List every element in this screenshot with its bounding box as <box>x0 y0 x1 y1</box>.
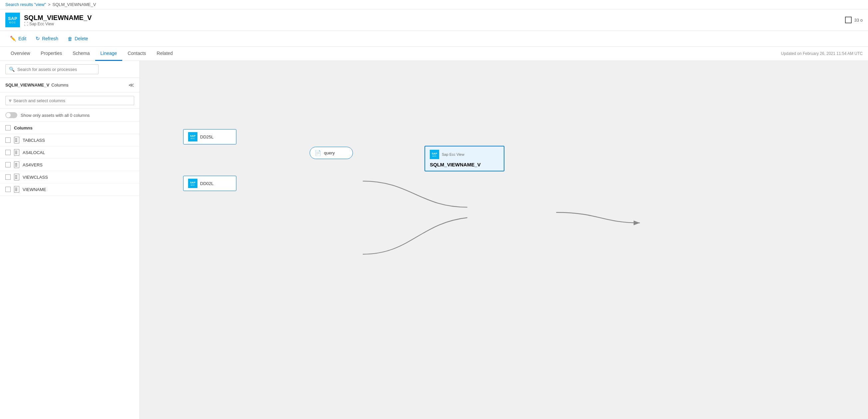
edit-label: Edit <box>18 36 26 41</box>
asset-search-bar[interactable]: 🔍 <box>5 64 98 74</box>
edit-icon: ✏️ <box>10 36 16 42</box>
edit-button[interactable]: ✏️ Edit <box>5 34 31 43</box>
target-header: SAP ECC Sap Ecc View <box>430 150 464 159</box>
collapse-button[interactable]: ≪ <box>128 82 134 88</box>
column-item-viewclass[interactable]: VIEWCLASS <box>0 171 140 183</box>
delete-label: Delete <box>74 36 88 41</box>
column-item-as4vers[interactable]: AS4VERS <box>0 159 140 171</box>
page-title: SQLM_VIEWNAME_V <box>24 14 92 22</box>
lineage-canvas: SAP ECC DD25L SAP ECC DD02L 📄 query SAP … <box>140 61 868 419</box>
refresh-icon: ↻ <box>36 36 40 42</box>
column-panel-section: Columns <box>51 83 68 88</box>
breadcrumb-current: SQLM_VIEWNAME_V <box>53 2 96 7</box>
toggle-label: Show only assets with all 0 columns <box>21 113 90 118</box>
columns-list-header: Columns <box>0 122 140 134</box>
filter-icon: ▿ <box>9 98 11 103</box>
refresh-button[interactable]: ↻ Refresh <box>31 34 63 43</box>
asset-search-container: 🔍 <box>0 61 140 78</box>
column-checkbox-viewclass[interactable] <box>5 174 11 180</box>
tab-overview[interactable]: Overview <box>5 46 35 61</box>
tab-lineage[interactable]: Lineage <box>95 46 123 61</box>
column-checkbox-viewname[interactable] <box>5 187 11 192</box>
target-title: SQLM_VIEWNAME_V <box>430 162 481 167</box>
search-input[interactable] <box>17 67 95 72</box>
refresh-label: Refresh <box>42 36 58 41</box>
dd25l-sap-logo: SAP ECC <box>188 132 197 141</box>
columns-list: Columns TABCLASS <box>0 122 140 196</box>
search-icon: 🔍 <box>9 67 14 72</box>
subtitle-text: Sap Ecc View <box>29 22 54 26</box>
dd25l-label: DD25L <box>200 134 213 139</box>
dd02l-sap-logo: SAP ECC <box>188 179 197 188</box>
lineage-node-dd02l[interactable]: SAP ECC DD02L <box>183 176 237 191</box>
column-item-tabclass[interactable]: TABCLASS <box>0 134 140 147</box>
sap-logo: SAP ECC <box>5 13 20 27</box>
target-subtitle: Sap Ecc View <box>442 153 464 156</box>
breadcrumb-separator: > <box>48 2 51 7</box>
main-content: 🔍 SQLM_VIEWNAME_V Columns ≪ ▿ <box>0 61 868 419</box>
breadcrumb-link[interactable]: Search results "view" <box>5 2 46 7</box>
breadcrumb: Search results "view" > SQLM_VIEWNAME_V <box>0 0 868 9</box>
column-panel-title: SQLM_VIEWNAME_V Columns <box>5 83 68 88</box>
query-label: query <box>324 151 335 155</box>
column-checkbox-as4local[interactable] <box>5 150 11 155</box>
column-type-icon-viewname <box>14 186 19 193</box>
tab-schema[interactable]: Schema <box>67 46 95 61</box>
column-search-container: ▿ <box>0 93 140 109</box>
subtitle-icon: ⛶ <box>24 22 28 26</box>
updated-text: Updated on February 26, 2021 11:54 AM UT… <box>781 51 863 56</box>
target-sap-logo: SAP ECC <box>430 150 439 159</box>
delete-button[interactable]: 🗑 Delete <box>63 34 93 43</box>
lineage-arrows <box>140 61 868 419</box>
header-title-block: SQLM_VIEWNAME_V ⛶ Sap Ecc View <box>24 14 92 26</box>
query-icon: 📄 <box>315 150 321 156</box>
sap-logo-text: SAP <box>8 16 17 21</box>
tab-contacts[interactable]: Contacts <box>122 46 151 61</box>
column-search-box[interactable]: ▿ <box>5 96 134 105</box>
toggle-row: Show only assets with all 0 columns <box>0 109 140 122</box>
tabs-left: Overview Properties Schema Lineage Conta… <box>5 46 178 61</box>
tab-properties[interactable]: Properties <box>35 46 67 61</box>
toolbar: ✏️ Edit ↻ Refresh 🗑 Delete <box>0 31 868 46</box>
column-name-tabclass: TABCLASS <box>23 138 45 143</box>
column-search-input[interactable] <box>13 98 130 103</box>
header-left: SAP ECC SQLM_VIEWNAME_V ⛶ Sap Ecc View <box>5 13 92 27</box>
column-item-as4local[interactable]: AS4LOCAL <box>0 147 140 159</box>
left-panel: 🔍 SQLM_VIEWNAME_V Columns ≪ ▿ <box>0 61 140 419</box>
tabs-bar: Overview Properties Schema Lineage Conta… <box>0 46 868 61</box>
column-name-viewname: VIEWNAME <box>23 187 46 192</box>
dd02l-label: DD02L <box>200 181 213 186</box>
column-panel: SQLM_VIEWNAME_V Columns ≪ ▿ Show only as… <box>0 78 140 419</box>
tab-related[interactable]: Related <box>152 46 178 61</box>
column-name-viewclass: VIEWCLASS <box>23 175 48 180</box>
column-checkbox-tabclass[interactable] <box>5 137 11 143</box>
header-right: 33 o <box>845 17 863 23</box>
columns-header-label: Columns <box>14 126 33 130</box>
lineage-node-query[interactable]: 📄 query <box>310 147 353 159</box>
column-checkbox-as4vers[interactable] <box>5 162 11 167</box>
header-badge: 33 o <box>854 18 863 23</box>
header-square-icon <box>845 17 852 23</box>
sap-logo-sub: ECC <box>9 21 16 24</box>
column-panel-header: SQLM_VIEWNAME_V Columns ≪ <box>0 78 140 93</box>
page-subtitle: ⛶ Sap Ecc View <box>24 22 92 26</box>
column-item-viewname[interactable]: VIEWNAME <box>0 183 140 196</box>
column-type-icon-tabclass <box>14 137 19 143</box>
column-type-icon-viewclass <box>14 174 19 181</box>
column-name-as4local: AS4LOCAL <box>23 150 45 155</box>
toggle-switch[interactable] <box>5 112 17 118</box>
select-all-checkbox[interactable] <box>5 125 11 130</box>
delete-icon: 🗑 <box>68 36 72 42</box>
lineage-node-target[interactable]: SAP ECC Sap Ecc View SQLM_VIEWNAME_V <box>425 146 504 171</box>
column-type-icon-as4vers <box>14 161 19 168</box>
column-name-as4vers: AS4VERS <box>23 162 42 167</box>
page-header: SAP ECC SQLM_VIEWNAME_V ⛶ Sap Ecc View 3… <box>0 9 868 31</box>
column-type-icon-as4local <box>14 149 19 156</box>
lineage-node-dd25l[interactable]: SAP ECC DD25L <box>183 129 237 144</box>
column-panel-asset-name: SQLM_VIEWNAME_V <box>5 83 49 88</box>
